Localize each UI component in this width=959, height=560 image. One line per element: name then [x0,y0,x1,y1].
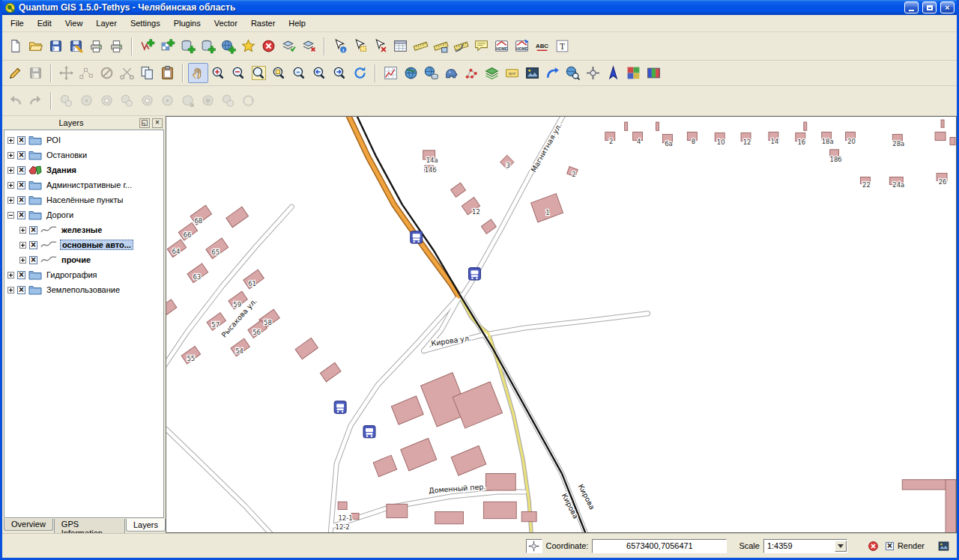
spit-postgis-import-button[interactable] [441,63,462,83]
layer-item-7[interactable]: ×основные авто... [4,237,163,252]
zoom-to-selection-button[interactable] [269,63,289,83]
log-messages-icon[interactable] [935,538,952,554]
layer-checkbox[interactable]: × [29,256,37,264]
layer-item-1[interactable]: ×Остановки [4,147,163,162]
zoom-out-button[interactable] [229,63,249,83]
layer-checkbox[interactable]: × [29,226,37,234]
menu-help[interactable]: Help [282,16,312,30]
zoom-to-layer-button[interactable] [289,63,309,83]
menu-edit[interactable]: Edit [31,16,58,30]
add-spatialite-layer-button[interactable] [198,36,218,56]
hide-all-layers-button[interactable] [299,36,319,56]
coordinate-capture-button[interactable] [401,63,421,83]
float-panel-button[interactable]: ◱ [139,118,150,128]
coordinate-search-button[interactable] [563,63,583,83]
expander-icon[interactable] [7,287,14,293]
add-vector-layer-button[interactable] [137,36,157,56]
render-checkbox[interactable]: × [886,542,894,550]
add-wms-layer-button[interactable] [218,36,238,56]
tab-overview[interactable]: Overview [4,519,53,531]
menu-vector[interactable]: Vector [208,16,244,30]
style-manager-button[interactable]: qml [502,63,522,83]
layer-checkbox[interactable]: × [17,286,25,294]
layer-item-8[interactable]: ×прочие [4,252,163,267]
paste-features-button[interactable] [157,63,178,83]
stop-render-button[interactable] [865,538,882,554]
layer-checkbox[interactable]: × [29,241,37,249]
zoom-full-extent-button[interactable] [249,63,269,83]
remove-layer-button[interactable] [258,36,279,56]
identify-features-button[interactable]: i [330,36,350,56]
grass-toolbox-button[interactable] [482,63,502,83]
menu-file[interactable]: File [4,16,31,30]
tab-layers[interactable]: Layers [126,519,166,532]
scale-combobox[interactable]: 1:4359 [763,539,847,553]
copy-features-button[interactable] [137,63,157,83]
expander-icon[interactable] [7,167,14,174]
show-all-layers-button[interactable] [279,36,299,56]
map-canvas[interactable]: 246а81012141618а2028а18б2224а2614а14б321… [166,117,956,532]
expander-icon[interactable] [7,197,14,204]
layer-item-3[interactable]: ×Административные г... [4,177,163,192]
zoom-next-button[interactable] [330,63,350,83]
layer-item-10[interactable]: ×Землепользование [4,282,163,297]
close-button[interactable]: × [940,1,955,13]
layer-item-0[interactable]: ×POI [4,133,163,147]
menu-raster[interactable]: Raster [244,16,282,30]
interpolation-plugin-button[interactable] [381,63,401,83]
open-attribute-table-button[interactable] [390,36,411,56]
menu-layer[interactable]: Layer [89,16,124,30]
close-panel-button[interactable]: × [152,118,163,128]
crs-status-button[interactable] [526,539,542,553]
refresh-map-button[interactable] [350,63,370,83]
annotation-button[interactable]: ABC [532,36,552,56]
measure-line-button[interactable] [411,36,431,56]
text-annotation-button[interactable]: T [552,36,572,56]
expander-icon[interactable] [7,212,14,219]
layer-item-2[interactable]: ×Здания [4,162,163,177]
gps-tools-button[interactable] [583,63,603,83]
add-postgis-layer-button[interactable] [178,36,198,56]
toggle-editing-button[interactable] [5,63,25,83]
menu-view[interactable]: View [58,16,90,30]
show-bookmarks-button[interactable]: HOME [512,36,532,56]
expander-icon[interactable] [19,242,26,249]
layer-checkbox[interactable]: × [17,271,25,279]
new-print-composer-button[interactable] [86,36,106,56]
minimize-button[interactable] [904,1,919,13]
layer-checkbox[interactable]: × [17,151,25,159]
scale-dropdown-arrow[interactable] [835,541,847,552]
expander-icon[interactable] [19,257,26,264]
expander-icon[interactable] [7,272,14,279]
maximize-button[interactable] [922,1,937,13]
layer-checkbox[interactable]: × [17,196,25,204]
layer-checkbox[interactable]: × [17,181,25,189]
menu-plugins[interactable]: Plugins [167,16,208,30]
save-project-as-button[interactable] [66,36,86,56]
layer-checkbox[interactable]: × [17,166,25,174]
layer-item-5[interactable]: ×Дороги [4,207,163,222]
raster-shader-button[interactable] [644,63,664,83]
coordinate-input[interactable] [592,539,727,553]
deselect-features-button[interactable] [370,36,390,56]
save-project-button[interactable] [46,36,66,56]
layer-checkbox[interactable]: × [17,136,25,144]
layer-item-4[interactable]: ×Населённые пункты [4,192,163,207]
north-arrow-button[interactable] [603,63,623,83]
new-shapefile-layer-button[interactable] [238,36,258,56]
zoom-in-button[interactable] [208,63,229,83]
open-project-button[interactable] [25,36,46,56]
zoom-last-button[interactable] [309,63,330,83]
layer-item-9[interactable]: ×Гидрография [4,267,163,282]
expander-icon[interactable] [7,137,14,144]
road-graph-button[interactable] [542,63,563,83]
expander-icon[interactable] [7,182,14,189]
expander-icon[interactable] [19,227,26,234]
print-composer-button[interactable] [106,36,127,56]
new-project-button[interactable] [5,36,25,56]
topology-checker-button[interactable] [462,63,482,83]
new-bookmark-button[interactable]: HOME [491,36,512,56]
select-features-button[interactable] [350,36,370,56]
measure-area-button[interactable] [431,36,451,56]
ogr-layer-converter-button[interactable] [421,63,441,83]
